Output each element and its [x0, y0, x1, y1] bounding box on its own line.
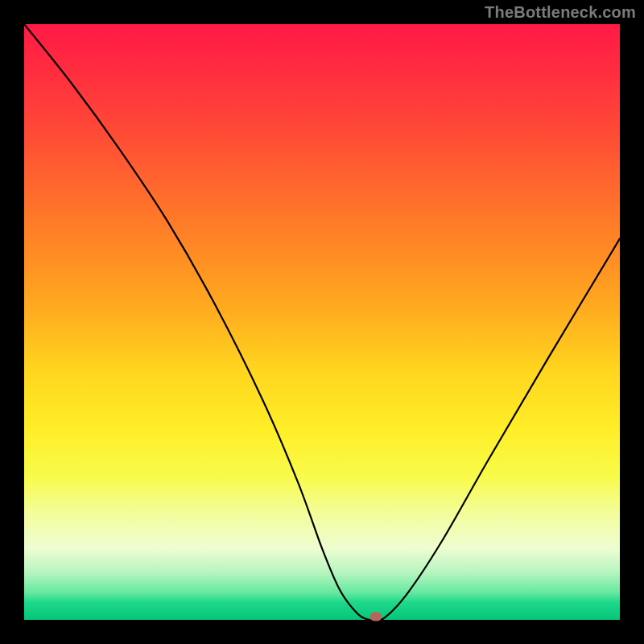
optimal-point-marker [370, 613, 382, 621]
watermark-text: TheBottleneck.com [485, 3, 636, 22]
bottleneck-curve-path [24, 24, 620, 620]
plot-area [24, 24, 620, 620]
curve-svg [24, 24, 620, 620]
chart-frame: TheBottleneck.com [0, 0, 644, 644]
